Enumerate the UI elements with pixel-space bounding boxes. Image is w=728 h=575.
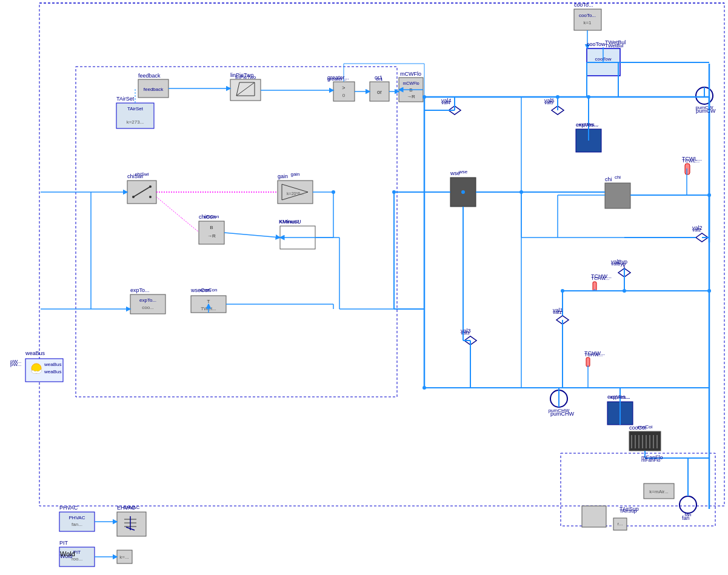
- svg-marker-72: [618, 268, 630, 277]
- label-valByp: valByp: [611, 259, 627, 265]
- label-chi: chi: [605, 176, 612, 182]
- svg-point-203: [422, 386, 426, 390]
- svg-rect-110: [59, 512, 95, 531]
- svg-rect-46: [280, 226, 315, 249]
- label-pW: pW...: [10, 359, 21, 364]
- svg-rect-59: [576, 129, 601, 152]
- label-TCHW2: TCHW...: [584, 350, 605, 356]
- svg-point-99: [680, 496, 696, 513]
- svg-rect-51: [191, 296, 226, 313]
- label-cooToConst: cooTo...: [574, 2, 593, 8]
- svg-marker-67: [552, 106, 564, 115]
- svg-line-174: [224, 233, 280, 238]
- svg-point-204: [519, 190, 523, 194]
- svg-text:gain: gain: [290, 171, 299, 177]
- svg-line-167: [182, 218, 199, 232]
- svg-text:B: B: [210, 225, 213, 230]
- svg-text:0: 0: [342, 93, 346, 98]
- label-EHVAC: EHVAC: [117, 505, 135, 511]
- svg-marker-77: [464, 336, 476, 345]
- svg-text:fan...: fan...: [72, 522, 82, 527]
- svg-text:B: B: [409, 87, 412, 93]
- label-expVesCW: expVes...: [576, 122, 598, 128]
- svg-point-35: [132, 196, 135, 198]
- label-greaterThan: greater...: [327, 75, 349, 81]
- svg-text:k=273...: k=273...: [127, 119, 144, 125]
- svg-point-212: [561, 289, 564, 293]
- diagram-canvas: cooTo... k=1 TWetBul cooTow pumCW feedba…: [0, 0, 728, 575]
- svg-point-213: [707, 289, 711, 293]
- svg-rect-113: [117, 512, 146, 536]
- svg-line-16: [236, 82, 255, 96]
- svg-text:TWet...: TWet...: [201, 306, 216, 311]
- svg-rect-62: [685, 164, 690, 174]
- svg-text:coo...: coo...: [142, 305, 154, 310]
- svg-line-166: [156, 197, 182, 218]
- svg-point-202: [422, 95, 426, 99]
- svg-rect-21: [333, 82, 355, 101]
- label-cooTow: cooTow: [587, 41, 606, 47]
- label-val4: val4: [441, 98, 452, 104]
- svg-rect-28: [399, 78, 423, 102]
- svg-text:k=1: k=1: [583, 20, 592, 25]
- svg-text:k=...: k=...: [119, 554, 129, 560]
- svg-text:r...: r...: [618, 521, 623, 527]
- svg-point-207: [556, 95, 559, 99]
- svg-rect-81: [586, 357, 590, 367]
- label-or1: or1: [375, 75, 382, 81]
- svg-text:→R: →R: [407, 94, 415, 99]
- svg-rect-97: [644, 484, 674, 499]
- svg-rect-18: [116, 103, 154, 128]
- svg-rect-1: [76, 67, 397, 397]
- svg-rect-79: [593, 282, 596, 291]
- label-Wold: Wold: [60, 550, 75, 557]
- label-expVesCHW: expVes...: [607, 394, 630, 400]
- label-linPieTwo: linPieTwo: [230, 72, 254, 78]
- svg-rect-55: [450, 178, 476, 207]
- svg-text:PHVAC: PHVAC: [69, 515, 85, 520]
- svg-text:k=20*6...: k=20*6...: [287, 191, 304, 196]
- svg-rect-38: [278, 181, 313, 204]
- svg-rect-25: [370, 82, 389, 101]
- svg-text:k=mAir...: k=mAir...: [649, 489, 668, 494]
- label-chiCon: chiCon: [199, 214, 216, 220]
- svg-rect-42: [199, 221, 224, 244]
- svg-point-208: [587, 95, 590, 99]
- svg-point-106: [32, 364, 41, 373]
- label-chiSwi: chiSwi: [127, 173, 143, 179]
- label-feedback: feedback: [138, 73, 161, 79]
- label-TAirSet: TAirSet: [116, 96, 134, 102]
- svg-text:or: or: [377, 89, 382, 95]
- svg-text:>: >: [342, 85, 345, 91]
- svg-point-205: [392, 190, 396, 194]
- label-weaBus: weaBus: [25, 350, 45, 356]
- svg-rect-32: [127, 181, 156, 204]
- label-TWetBul: TWetBul: [605, 39, 626, 45]
- svg-rect-2: [561, 453, 715, 526]
- label-wse: wse: [450, 170, 460, 176]
- svg-marker-64: [449, 106, 461, 115]
- svg-text:→R: →R: [207, 233, 216, 239]
- svg-line-34: [133, 187, 150, 197]
- label-expTo: expTo...: [130, 287, 150, 293]
- svg-rect-105: [25, 359, 63, 382]
- svg-text:weaBus: weaBus: [44, 369, 61, 374]
- svg-text:TAirSet: TAirSet: [127, 106, 144, 111]
- svg-line-119: [126, 527, 135, 530]
- svg-point-36: [149, 185, 152, 188]
- svg-text:mCWFlo: mCWFlo: [402, 81, 419, 85]
- label-PHVAC: PHVAC: [59, 505, 78, 511]
- label-PIT: PIT: [59, 540, 68, 546]
- svg-rect-48: [130, 294, 165, 314]
- label-val5: val5: [544, 98, 555, 104]
- svg-rect-84: [607, 402, 633, 425]
- svg-text:cooTow: cooTow: [595, 56, 611, 62]
- label-wseCon: wseCon: [191, 287, 211, 293]
- label-pumCW: pumCW: [696, 108, 716, 114]
- svg-text:feedback: feedback: [144, 87, 164, 92]
- label-gain: gain: [278, 173, 288, 179]
- label-cooCoi: cooCoi: [629, 425, 646, 431]
- label-val1: val1: [553, 307, 563, 313]
- svg-point-206: [461, 190, 465, 194]
- svg-text:weaBus: weaBus: [44, 362, 61, 367]
